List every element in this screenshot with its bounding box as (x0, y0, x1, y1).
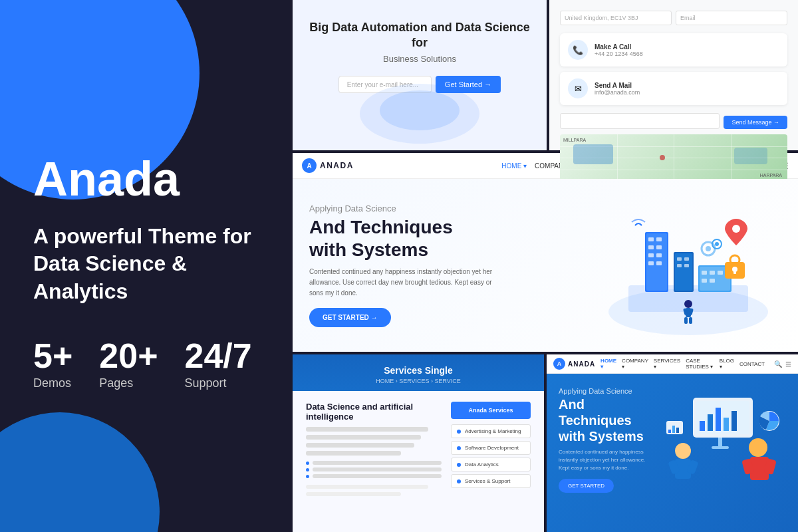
service-list-item[interactable]: Software Development (451, 441, 531, 455)
phone-value: +44 20 1234 4568 (595, 51, 643, 57)
anada-hero-desc: Contented continued any happiness instan… (309, 267, 495, 299)
svg-point-53 (749, 438, 767, 457)
bullet-dot (306, 468, 309, 471)
phone-text-block: Make A Call +44 20 1234 4568 (595, 43, 643, 57)
map-grid-line-v (731, 134, 732, 181)
middle-screenshot: A ANADA HOME ▾ COMPANY ▾ SERVICES ▾ CASE… (293, 153, 798, 354)
ds-nav-home[interactable]: HOME ▾ (600, 358, 616, 370)
svg-rect-9 (656, 253, 662, 257)
ds-navbar: A ANADA HOME ▾ COMPANY ▾ SERVICES ▾ CASE… (547, 354, 798, 374)
svg-rect-8 (648, 253, 654, 257)
services-body: Data Science and artificial intelligence (293, 391, 544, 532)
service-item-label: Advertising & Marketing (465, 428, 521, 434)
svg-rect-21 (710, 271, 715, 275)
ds-applying-tag: Applying Data Science (559, 387, 646, 395)
map-block (573, 144, 613, 164)
message-input[interactable] (560, 113, 720, 129)
svg-rect-14 (677, 257, 682, 261)
text-line (306, 443, 414, 448)
text-line (306, 435, 421, 440)
left-content: Anada A powerful Theme for Data Science … (33, 142, 259, 391)
right-panel: Big Data Automation and Data Science for… (293, 0, 798, 532)
bottom-screenshots-row: Services Single HOME › SERVICES › SERVIC… (293, 354, 798, 532)
phone-icon-circle: 📞 (568, 40, 588, 60)
map-pin (660, 155, 665, 160)
svg-rect-47 (718, 438, 722, 448)
svg-rect-10 (648, 261, 654, 265)
svg-rect-20 (702, 271, 707, 275)
service-list-item[interactable]: Data Analytics (451, 458, 531, 471)
svg-point-49 (675, 443, 691, 459)
service-dot (457, 463, 461, 467)
svg-rect-34 (684, 317, 688, 324)
hero-text-block: Big Data Automation and Data Science for… (306, 20, 533, 64)
svg-rect-28 (733, 269, 736, 274)
service-list-item[interactable]: Advertising & Marketing (451, 424, 531, 438)
anada-logo-text: ANADA (320, 161, 354, 170)
svg-rect-7 (656, 245, 662, 249)
stat-pages: 20+ Pages (99, 338, 158, 390)
contact-phone: 📞 Make A Call +44 20 1234 4568 (560, 33, 787, 66)
svg-rect-46 (732, 411, 737, 431)
svg-rect-5 (656, 237, 662, 241)
text-line (306, 485, 428, 489)
anada-logo-icon: A (302, 158, 317, 173)
svg-rect-15 (684, 257, 689, 261)
svg-rect-4 (648, 237, 654, 241)
ds-nav-icons: 🔍 ☰ (774, 360, 791, 368)
services-right-col: Anada Services Advertising & Marketing S… (451, 402, 531, 521)
bullet-dot (306, 475, 309, 478)
stat-number-demos: 5+ (33, 338, 72, 373)
ds-nav-blog[interactable]: BLOG ▾ (720, 358, 734, 370)
ds-hero-text: Applying Data Science And Techniqueswith… (559, 384, 646, 493)
svg-rect-60 (676, 428, 679, 433)
team-svg (653, 384, 786, 504)
menu-icon[interactable]: ☰ (785, 360, 791, 368)
ds-nav-case[interactable]: CASE STUDIES ▾ (686, 358, 714, 370)
anada-get-started-button[interactable]: GET STARTED → (309, 308, 391, 327)
ds-nav-company[interactable]: COMPANY ▾ (622, 358, 648, 370)
svg-rect-42 (700, 421, 705, 431)
stat-label-demos: Demos (33, 376, 71, 390)
contact-email: ✉ Send A Mail info@anada.com (560, 72, 787, 105)
stats-row: 5+ Demos 20+ Pages 24/7 Support (33, 338, 259, 390)
svg-point-39 (715, 242, 719, 246)
map-placeholder: MILLPARA HARPARA (560, 134, 787, 181)
svg-point-29 (732, 225, 740, 233)
search-icon[interactable]: 🔍 (774, 360, 782, 368)
bottom-right-screenshot: A ANADA HOME ▾ COMPANY ▾ SERVICES ▾ CASE… (547, 354, 798, 532)
contact-header-row: United Kingdom, EC1V 3BJ Email (560, 11, 787, 25)
hero-screenshot: Big Data Automation and Data Science for… (293, 0, 549, 150)
stat-label-support: Support (185, 376, 227, 390)
services-header: Services Single HOME › SERVICES › SERVIC… (293, 354, 544, 391)
tagline: A powerful Theme for Data Science & Anal… (33, 223, 259, 306)
stat-number-support: 24/7 (185, 338, 252, 373)
anada-hero-title: And Techniqueswith Systems (309, 216, 595, 261)
ds-nav-services[interactable]: SERVICES ▾ (654, 358, 680, 370)
left-panel: Anada A powerful Theme for Data Science … (0, 0, 293, 532)
svg-rect-11 (656, 261, 662, 265)
stat-demos: 5+ Demos (33, 338, 72, 390)
blob-decoration (360, 84, 479, 144)
email-label: Email (680, 15, 696, 21)
send-message-button[interactable]: Send Message → (724, 116, 787, 129)
service-item-label: Software Development (465, 445, 519, 451)
service-dot (457, 446, 461, 450)
map-label-text: MILLPARA (563, 138, 586, 142)
hero-title: Big Data Automation and Data Science for (306, 20, 533, 51)
service-list-item[interactable]: Services & Support (451, 474, 531, 488)
ds-get-started-button[interactable]: GET STARTED (559, 479, 614, 493)
bullet-text-line (313, 474, 442, 478)
email-contact-label: Send A Mail (595, 82, 640, 89)
svg-rect-35 (689, 317, 692, 324)
hero-subtitle: Business Solutions (306, 54, 533, 64)
bullet-dot (306, 462, 309, 465)
ds-nav-contact[interactable]: CONTACT (739, 361, 765, 367)
services-left-col: Data Science and artificial intelligence (306, 402, 442, 521)
ds-hero-title: And Techniqueswith Systems (559, 396, 646, 444)
services-content-title: Data Science and artificial intelligence (306, 402, 442, 422)
map-block (734, 148, 767, 164)
text-line (306, 451, 401, 456)
svg-rect-59 (672, 426, 675, 433)
nav-link-home[interactable]: HOME ▾ (501, 162, 527, 170)
